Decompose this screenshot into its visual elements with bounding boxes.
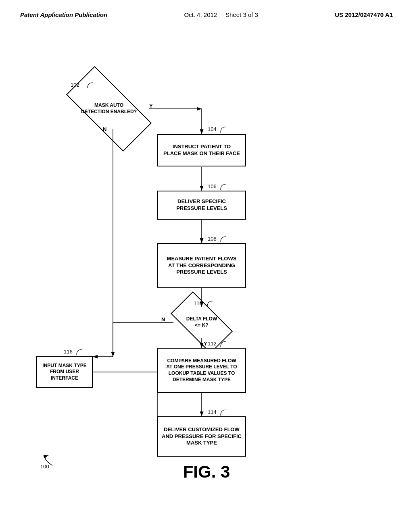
- y-label-110: Y: [204, 341, 207, 347]
- bracket-102: [87, 82, 95, 89]
- node-108-label: MEASURE PATIENT FLOWS AT THE CORRESPONDI…: [167, 256, 237, 276]
- figure-label: FIG. 3: [183, 462, 230, 482]
- node-102-label: MASK AUTO DETECTION ENABLED?: [81, 102, 137, 115]
- diagram-area: MASK AUTO DETECTION ENABLED? 102 Y N INS…: [0, 22, 413, 506]
- node-110-label: DELTA FLOW <= K?: [186, 316, 217, 328]
- publication-label: Patent Application Publication: [20, 11, 107, 18]
- n-label-102: N: [103, 126, 106, 132]
- node-114-label: DELIVER CUSTOMIZED FLOW AND PRESSURE FOR…: [162, 426, 242, 447]
- ref-112: 112: [208, 341, 217, 347]
- node-104: INSTRUCT PATIENT TO PLACE MASK ON THEIR …: [157, 134, 246, 166]
- bracket-106: [220, 183, 228, 191]
- bracket-104: [220, 126, 228, 133]
- node-106: DELIVER SPECIFIC PRESSURE LEVELS: [157, 191, 246, 220]
- node-114: DELIVER CUSTOMIZED FLOW AND PRESSURE FOR…: [157, 416, 246, 457]
- ref-110: 110: [194, 300, 202, 306]
- node-116: INPUT MASK TYPE FROM USER INTERFACE: [36, 356, 93, 388]
- bracket-112: [220, 341, 228, 348]
- node-112: COMPARE MEASURED FLOW AT ONE PRESSURE LE…: [157, 348, 246, 393]
- bracket-108: [220, 236, 228, 243]
- ref-114: 114: [208, 409, 217, 415]
- ref-106: 106: [208, 183, 217, 189]
- bracket-110: [206, 300, 215, 308]
- y-label-102: Y: [149, 103, 153, 109]
- bracket-114: [220, 409, 228, 416]
- node-106-label: DELIVER SPECIFIC PRESSURE LEVELS: [176, 198, 227, 212]
- loopback-arrow: [32, 453, 65, 474]
- ref-108: 108: [208, 236, 217, 242]
- node-112-label: COMPARE MEASURED FLOW AT ONE PRESSURE LE…: [166, 358, 237, 383]
- bracket-116: [76, 349, 84, 356]
- node-102: MASK AUTO DETECTION ENABLED?: [69, 89, 149, 129]
- sheet-info: Sheet 3 of 3: [225, 11, 258, 18]
- publication-date: Oct. 4, 2012: [184, 11, 217, 18]
- node-116-label: INPUT MASK TYPE FROM USER INTERFACE: [40, 363, 89, 382]
- ref-116: 116: [64, 349, 73, 355]
- page-header: Patent Application Publication Oct. 4, 2…: [0, 0, 413, 22]
- node-110: DELTA FLOW <= K?: [173, 307, 230, 338]
- patent-number: US 2012/0247470 A1: [335, 11, 393, 18]
- n-label-110: N: [161, 316, 165, 322]
- ref-102: 102: [71, 82, 79, 88]
- header-center: Oct. 4, 2012 Sheet 3 of 3: [184, 11, 258, 18]
- node-104-label: INSTRUCT PATIENT TO PLACE MASK ON THEIR …: [163, 143, 240, 157]
- ref-104: 104: [208, 126, 217, 132]
- node-108: MEASURE PATIENT FLOWS AT THE CORRESPONDI…: [157, 243, 246, 288]
